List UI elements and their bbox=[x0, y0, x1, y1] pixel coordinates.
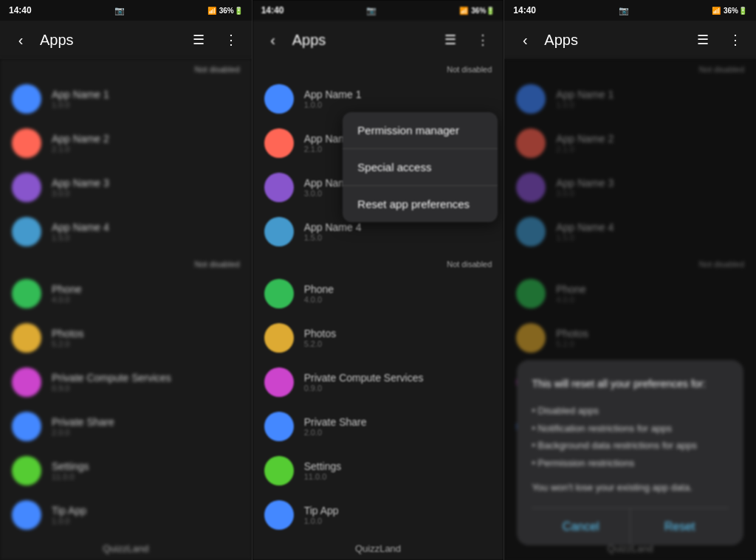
list-item[interactable]: Phone4.0.0 bbox=[0, 272, 252, 316]
section-header-left: Not disabled bbox=[0, 59, 252, 77]
reset-button[interactable]: Reset bbox=[630, 508, 729, 545]
cancel-button[interactable]: Cancel bbox=[532, 508, 630, 545]
dialog-note: You won't lose your existing app data. bbox=[532, 482, 729, 493]
more-button-left[interactable]: ⋮ bbox=[218, 27, 244, 53]
list-item[interactable]: Settings11.0.0 bbox=[0, 449, 252, 493]
dialog-title: This will reset all your preferences for… bbox=[532, 376, 729, 392]
battery-left: 36%🔋 bbox=[219, 7, 243, 15]
back-button-right[interactable]: ‹ bbox=[512, 27, 538, 53]
content-left: Not disabled App Name 11.0.0 App Name 22… bbox=[0, 59, 252, 560]
filter-button-left[interactable]: ☰ bbox=[185, 27, 212, 53]
list-item[interactable]: App Name 11.0.0 bbox=[0, 77, 252, 121]
dialog-list-item-3: • Background data restrictions for apps bbox=[532, 437, 729, 454]
app-bar-title-right: Apps bbox=[544, 32, 684, 49]
wifi-icon-left: 📶 bbox=[207, 7, 216, 15]
app-bar-middle: ‹ Apps ☰ ⋮ bbox=[252, 21, 504, 59]
section-subheader-left: Not disabled bbox=[0, 254, 252, 272]
battery-right: 36%🔋 bbox=[724, 7, 747, 15]
status-icon-camera-middle: 📷 bbox=[366, 6, 377, 15]
dialog-list-item-4: • Permission restrictions bbox=[532, 454, 729, 471]
list-item[interactable]: App Name 41.5.0 bbox=[0, 210, 252, 254]
list-item[interactable]: Phone4.0.0 bbox=[252, 272, 504, 316]
menu-item-permission-manager[interactable]: Permission manager bbox=[343, 112, 498, 148]
status-icon-camera-right: 📷 bbox=[619, 6, 629, 15]
wifi-icon-right: 📶 bbox=[712, 7, 721, 15]
list-item[interactable]: Photos5.2.0 bbox=[0, 316, 252, 360]
dropdown-menu: Permission manager Special access Reset … bbox=[343, 112, 498, 222]
dialog-list-item-1: • Disabled apps bbox=[532, 402, 729, 419]
app-bar-right: ‹ Apps ☰ ⋮ bbox=[504, 21, 756, 59]
bottom-label-middle: QuizzLand bbox=[252, 543, 504, 554]
dialog-overlay: This will reset all your preferences for… bbox=[504, 59, 756, 560]
list-item[interactable]: Private Share2.0.0 bbox=[252, 404, 504, 449]
back-button-middle[interactable]: ‹ bbox=[260, 27, 286, 53]
filter-button-right[interactable]: ☰ bbox=[690, 27, 716, 53]
app-bar-left: ‹ Apps ☰ ⋮ bbox=[0, 21, 252, 59]
panel-middle: 14:40 📷 📶 36%🔋 ‹ Apps ☰ ⋮ Not disabled A… bbox=[252, 0, 504, 560]
list-item[interactable]: App Name 22.1.0 bbox=[0, 121, 252, 165]
dialog-list-item-2: • Notification restrictions for apps bbox=[532, 420, 729, 437]
menu-item-reset-app-preferences[interactable]: Reset app preferences bbox=[343, 186, 498, 222]
list-item[interactable]: App Name 33.0.0 bbox=[0, 165, 252, 210]
time-left: 14:40 bbox=[9, 5, 32, 15]
app-bar-title-middle: Apps bbox=[292, 32, 432, 49]
content-middle: Not disabled App Name 11.0.0 App Name 22… bbox=[252, 59, 504, 560]
dialog-actions: Cancel Reset bbox=[532, 508, 729, 545]
status-bar-middle: 14:40 📷 📶 36%🔋 bbox=[252, 0, 504, 21]
list-item[interactable]: Tip App1.0.0 bbox=[252, 493, 504, 537]
content-right: Not disabled App Name 11.0.0 App Name 22… bbox=[504, 59, 756, 560]
list-item[interactable]: Private Compute Services0.9.0 bbox=[252, 360, 504, 404]
dialog-list: • Disabled apps • Notification restricti… bbox=[532, 402, 729, 471]
status-bar-left: 14:40 📷 📶 36%🔋 bbox=[0, 0, 252, 21]
list-item[interactable]: Private Compute Services0.9.0 bbox=[0, 360, 252, 404]
list-item[interactable]: Tip App1.0.0 bbox=[0, 493, 252, 537]
menu-item-special-access[interactable]: Special access bbox=[343, 149, 498, 185]
time-middle: 14:40 bbox=[261, 5, 284, 15]
back-button-left[interactable]: ‹ bbox=[7, 27, 34, 53]
wifi-icon-middle: 📶 bbox=[459, 7, 468, 15]
app-bar-title-left: Apps bbox=[40, 32, 179, 49]
list-item[interactable]: Private Share2.0.0 bbox=[0, 404, 252, 449]
bottom-label-left: QuizzLand bbox=[0, 543, 252, 554]
time-right: 14:40 bbox=[513, 5, 536, 15]
section-header-middle: Not disabled bbox=[252, 59, 504, 77]
filter-button-middle[interactable]: ☰ bbox=[437, 27, 464, 53]
more-button-right[interactable]: ⋮ bbox=[722, 27, 749, 53]
battery-middle: 36%🔋 bbox=[471, 7, 495, 15]
panel-left: 14:40 📷 📶 36%🔋 ‹ Apps ☰ ⋮ Not disabled A… bbox=[0, 0, 252, 560]
section-subheader-middle: Not disabled bbox=[252, 254, 504, 272]
list-item[interactable]: Settings11.0.0 bbox=[252, 449, 504, 493]
status-icon-camera-left: 📷 bbox=[114, 6, 125, 15]
list-item[interactable]: Photos5.2.0 bbox=[252, 316, 504, 360]
panel-right: 14:40 📷 📶 36%🔋 ‹ Apps ☰ ⋮ Not disabled A… bbox=[504, 0, 756, 560]
status-bar-right: 14:40 📷 📶 36%🔋 bbox=[504, 0, 756, 21]
more-button-middle[interactable]: ⋮ bbox=[470, 27, 496, 53]
reset-dialog: This will reset all your preferences for… bbox=[517, 360, 743, 545]
